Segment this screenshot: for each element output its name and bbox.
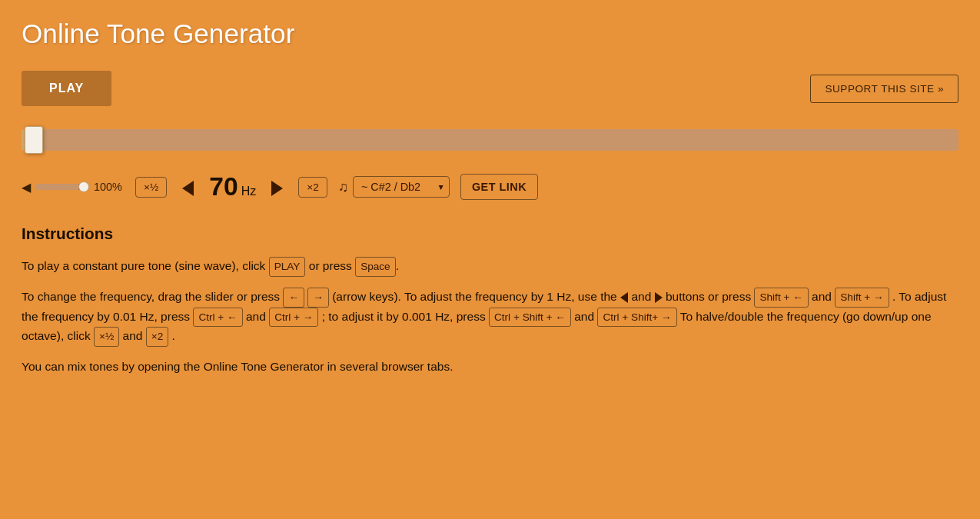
volume-percent: 100% (94, 181, 125, 193)
ctrl-left-kbd: Ctrl + ← (193, 308, 242, 328)
frequency-display: 70 Hz (209, 172, 256, 201)
music-note-icon: ♫ (338, 179, 348, 195)
controls-row: ◀ 100% ×½ 70 Hz ×2 ♫ ~ C#2 / Db2 ~ C2 ~ … (22, 172, 958, 201)
right-tri-icon (655, 292, 663, 303)
support-button[interactable]: SUPPORT THIS SITE » (810, 75, 958, 103)
instructions-section: Instructions To play a constant pure ton… (22, 225, 958, 377)
note-select-wrap: ♫ ~ C#2 / Db2 ~ C2 ~ D2 ~ E2 ~ A4 (440 H… (338, 176, 450, 198)
volume-slider[interactable] (35, 184, 89, 190)
space-kbd: Space (355, 257, 396, 277)
instructions-para2: To change the frequency, drag the slider… (22, 288, 958, 347)
get-link-button[interactable]: GET LINK (460, 174, 538, 200)
half-freq-button[interactable]: ×½ (135, 177, 167, 198)
frequency-slider[interactable] (22, 129, 958, 151)
page-title: Online Tone Generator (22, 18, 958, 49)
instructions-heading: Instructions (22, 225, 958, 243)
note-select-container: ~ C#2 / Db2 ~ C2 ~ D2 ~ E2 ~ A4 (440 Hz) (353, 176, 450, 198)
half-kbd: ×½ (94, 327, 119, 347)
shift-right-kbd: Shift + → (835, 288, 889, 308)
instructions-para1: To play a constant pure tone (sine wave)… (22, 257, 958, 277)
ctrl-shift-left-kbd: Ctrl + Shift + ← (489, 308, 571, 328)
double-freq-button[interactable]: ×2 (298, 177, 327, 198)
frequency-slider-container (22, 129, 958, 154)
right-arrow-kbd: → (307, 288, 329, 308)
right-arrow-icon (271, 181, 283, 196)
volume-section: ◀ 100% (22, 180, 125, 195)
frequency-value: 70 (209, 172, 238, 201)
decrease-freq-button[interactable] (178, 176, 198, 198)
left-arrow-kbd: ← (283, 288, 304, 308)
volume-icon: ◀ (22, 180, 31, 195)
shift-left-kbd: Shift + ← (754, 288, 808, 308)
double-kbd: ×2 (146, 327, 169, 347)
play-kbd: PLAY (269, 257, 306, 277)
left-tri-icon (620, 292, 628, 303)
increase-freq-button[interactable] (267, 176, 287, 198)
ctrl-right-kbd: Ctrl + → (269, 308, 318, 328)
top-bar: PLAY SUPPORT THIS SITE » (22, 71, 958, 106)
note-select[interactable]: ~ C#2 / Db2 ~ C2 ~ D2 ~ E2 ~ A4 (440 Hz) (353, 176, 450, 198)
left-arrow-icon (182, 181, 194, 196)
play-button[interactable]: PLAY (22, 71, 111, 106)
instructions-para3: You can mix tones by opening the Online … (22, 358, 958, 377)
frequency-unit: Hz (241, 185, 257, 198)
ctrl-shift-right-kbd: Ctrl + Shift+ → (597, 308, 676, 328)
